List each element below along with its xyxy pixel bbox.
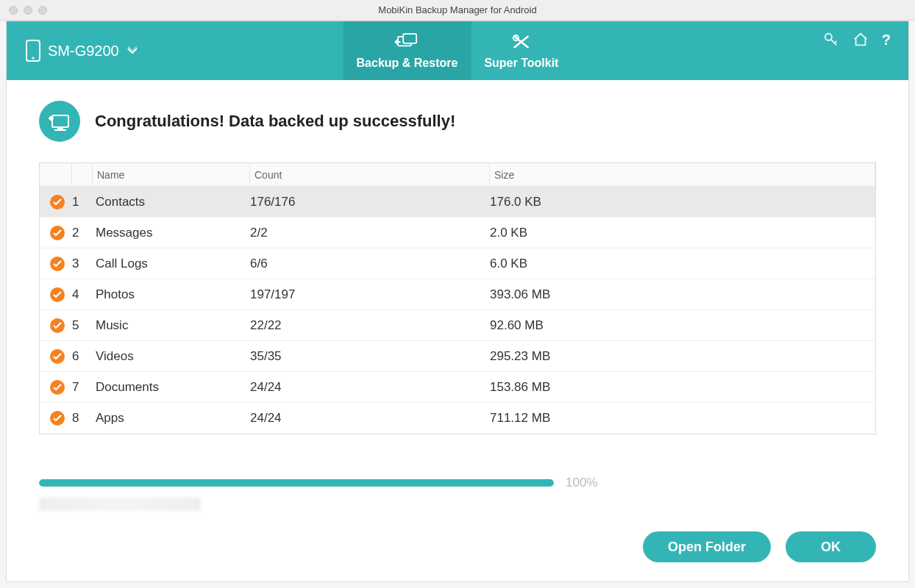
chevron-down-icon bbox=[127, 46, 138, 55]
app-header: SM-G9200 Backup & Restore Super Toolkit … bbox=[7, 21, 908, 80]
row-size: 176.0 KB bbox=[490, 195, 875, 209]
device-label: SM-G9200 bbox=[48, 43, 119, 60]
table-row[interactable]: 3Call Logs6/66.0 KB bbox=[40, 248, 875, 279]
row-name: Photos bbox=[93, 287, 250, 302]
svg-rect-8 bbox=[54, 129, 66, 131]
app-window: SM-G9200 Backup & Restore Super Toolkit … bbox=[6, 21, 909, 582]
help-icon[interactable]: ? bbox=[882, 32, 891, 49]
svg-point-5 bbox=[825, 34, 832, 40]
progress-percent: 100% bbox=[566, 476, 597, 490]
table-row[interactable]: 8Apps24/24711.12 MB bbox=[40, 403, 875, 434]
footer-buttons: Open Folder OK bbox=[7, 531, 908, 581]
tab-label: Backup & Restore bbox=[357, 57, 458, 70]
row-size: 295.23 MB bbox=[490, 349, 875, 364]
ok-button[interactable]: OK bbox=[786, 531, 876, 562]
row-count: 24/24 bbox=[250, 380, 490, 395]
backup-restore-icon bbox=[394, 32, 420, 52]
nav-tabs: Backup & Restore Super Toolkit bbox=[343, 21, 572, 80]
traffic-lights bbox=[9, 6, 47, 15]
svg-point-1 bbox=[32, 57, 35, 60]
check-icon bbox=[50, 411, 65, 426]
row-name: Contacts bbox=[93, 195, 250, 209]
success-message: Congratulations! Data backed up successf… bbox=[95, 112, 455, 131]
check-icon bbox=[50, 195, 65, 209]
table-row[interactable]: 5Music22/2292.60 MB bbox=[40, 310, 875, 341]
row-count: 24/24 bbox=[250, 411, 490, 426]
check-icon bbox=[50, 380, 65, 395]
table-row[interactable]: 2Messages2/22.0 KB bbox=[40, 218, 875, 248]
close-window-button[interactable] bbox=[9, 6, 18, 15]
row-index: 1 bbox=[72, 195, 93, 209]
row-name: Music bbox=[93, 318, 250, 333]
row-count: 6/6 bbox=[250, 257, 490, 271]
row-index: 4 bbox=[72, 287, 93, 302]
device-selector[interactable]: SM-G9200 bbox=[7, 21, 157, 80]
check-icon bbox=[50, 287, 65, 302]
row-name: Videos bbox=[93, 349, 250, 364]
row-name: Call Logs bbox=[93, 257, 250, 271]
tab-label: Super Toolkit bbox=[484, 57, 558, 70]
row-size: 153.86 MB bbox=[490, 380, 875, 395]
row-index: 3 bbox=[72, 257, 93, 271]
row-name: Apps bbox=[93, 411, 250, 426]
column-index bbox=[72, 163, 93, 186]
svg-rect-6 bbox=[52, 115, 68, 127]
check-icon bbox=[50, 257, 65, 271]
row-name: Messages bbox=[93, 226, 250, 240]
check-icon bbox=[50, 318, 65, 333]
check-icon bbox=[50, 349, 65, 364]
row-count: 197/197 bbox=[250, 287, 490, 302]
minimize-window-button[interactable] bbox=[24, 6, 32, 15]
progress-fill bbox=[39, 479, 554, 487]
row-count: 35/35 bbox=[250, 349, 490, 364]
table-row[interactable]: 6Videos35/35295.23 MB bbox=[40, 341, 875, 372]
zoom-window-button[interactable] bbox=[38, 6, 47, 15]
tab-super-toolkit[interactable]: Super Toolkit bbox=[471, 21, 572, 80]
table-body: 1Contacts176/176176.0 KB2Messages2/22.0 … bbox=[40, 187, 875, 434]
table-row[interactable]: 1Contacts176/176176.0 KB bbox=[40, 187, 875, 218]
row-index: 2 bbox=[72, 226, 93, 240]
column-name[interactable]: Name bbox=[93, 163, 250, 186]
row-index: 5 bbox=[72, 318, 93, 333]
toolkit-icon bbox=[508, 32, 535, 52]
row-index: 7 bbox=[72, 380, 93, 395]
check-icon bbox=[50, 226, 65, 240]
progress-bar bbox=[39, 479, 554, 487]
progress-area: 100% bbox=[39, 476, 876, 511]
column-check bbox=[40, 163, 72, 186]
row-index: 8 bbox=[72, 411, 93, 426]
row-name: Documents bbox=[93, 380, 250, 395]
success-banner: Congratulations! Data backed up successf… bbox=[39, 101, 876, 142]
row-size: 92.60 MB bbox=[490, 318, 875, 333]
header-tools: ? bbox=[823, 21, 908, 80]
window-title: MobiKin Backup Manager for Android bbox=[0, 4, 915, 15]
phone-icon bbox=[26, 40, 40, 62]
row-count: 22/22 bbox=[250, 318, 490, 333]
home-icon[interactable] bbox=[852, 32, 869, 48]
table-header: Name Count Size bbox=[40, 163, 875, 187]
content-area: Congratulations! Data backed up successf… bbox=[7, 80, 908, 531]
table-row[interactable]: 4Photos197/197393.06 MB bbox=[40, 279, 875, 310]
column-size[interactable]: Size bbox=[490, 163, 875, 186]
redacted-path bbox=[39, 498, 201, 511]
svg-rect-3 bbox=[403, 34, 416, 43]
open-folder-button[interactable]: Open Folder bbox=[643, 531, 771, 562]
row-size: 711.12 MB bbox=[490, 411, 875, 426]
row-size: 2.0 KB bbox=[490, 226, 875, 240]
table-row[interactable]: 7Documents24/24153.86 MB bbox=[40, 372, 875, 403]
row-count: 2/2 bbox=[250, 226, 490, 240]
svg-rect-7 bbox=[57, 127, 63, 129]
backup-success-icon bbox=[46, 108, 73, 135]
success-badge bbox=[39, 101, 80, 142]
row-count: 176/176 bbox=[250, 195, 490, 209]
backup-results-table: Name Count Size 1Contacts176/176176.0 KB… bbox=[39, 162, 876, 434]
window-titlebar: MobiKin Backup Manager for Android bbox=[0, 0, 915, 21]
row-size: 6.0 KB bbox=[490, 257, 875, 271]
row-index: 6 bbox=[72, 349, 93, 364]
row-size: 393.06 MB bbox=[490, 287, 875, 302]
key-icon[interactable] bbox=[823, 32, 839, 48]
tab-backup-restore[interactable]: Backup & Restore bbox=[343, 21, 471, 80]
column-count[interactable]: Count bbox=[250, 163, 490, 186]
